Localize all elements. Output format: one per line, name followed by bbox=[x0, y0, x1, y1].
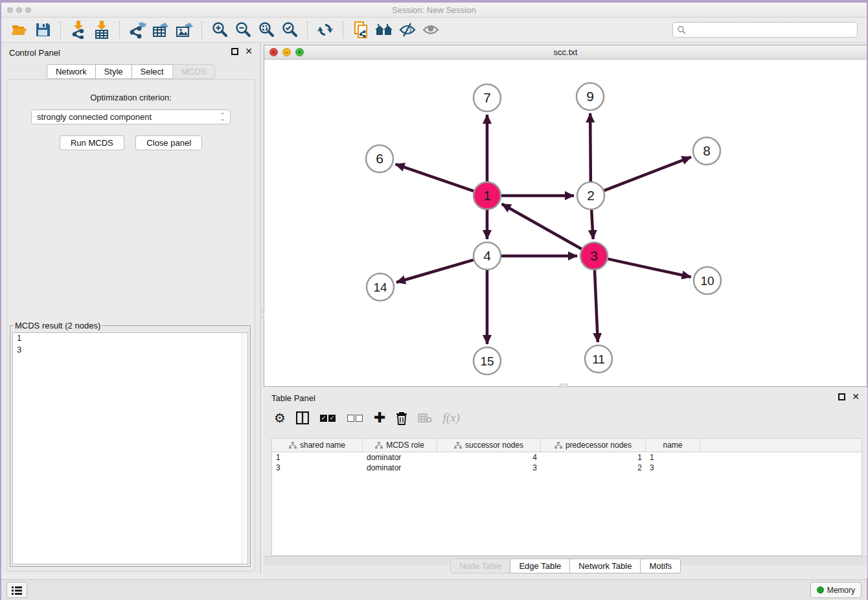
refresh-layout-icon[interactable] bbox=[315, 21, 335, 39]
cell-successor-nodes[interactable]: 3 bbox=[437, 463, 541, 473]
duplicate-network-icon[interactable] bbox=[351, 21, 371, 39]
node-8[interactable]: 8 bbox=[693, 137, 720, 165]
tab-motifs[interactable]: Motifs bbox=[640, 559, 681, 573]
column-header-name[interactable]: name bbox=[646, 439, 700, 452]
network-minimize-icon[interactable]: − bbox=[282, 48, 291, 56]
cell-shared-name[interactable]: 1 bbox=[272, 452, 363, 463]
edge-3-1[interactable] bbox=[502, 204, 582, 249]
node-4[interactable]: 4 bbox=[474, 242, 501, 270]
svg-text:11: 11 bbox=[592, 352, 605, 366]
column-header-predecessor-nodes[interactable]: predecessor nodes bbox=[541, 439, 646, 452]
splitter-handle[interactable] bbox=[560, 384, 567, 387]
search-input[interactable] bbox=[686, 25, 853, 34]
function-builder-icon[interactable]: f(x) bbox=[442, 410, 459, 426]
network-close-icon[interactable]: ✕ bbox=[269, 48, 278, 56]
edge-2-3[interactable] bbox=[591, 210, 593, 239]
tab-network[interactable]: Network bbox=[47, 64, 96, 79]
network-window-titlebar[interactable]: ✕ − + scc.txt bbox=[264, 45, 867, 60]
zoom-in-icon[interactable] bbox=[210, 21, 229, 39]
cell-name[interactable]: 3 bbox=[646, 463, 700, 473]
node-9[interactable]: 9 bbox=[577, 83, 604, 110]
cell-predecessor-nodes[interactable]: 1 bbox=[541, 452, 646, 463]
close-panel-button[interactable]: Close panel bbox=[135, 135, 202, 150]
zoom-out-icon[interactable] bbox=[233, 21, 253, 39]
cell-shared-name[interactable]: 3 bbox=[272, 463, 363, 473]
maximize-window-button[interactable] bbox=[25, 7, 31, 13]
node-15[interactable]: 15 bbox=[474, 347, 501, 375]
network-zoom-icon[interactable]: + bbox=[295, 48, 304, 56]
memory-button[interactable]: Memory bbox=[810, 582, 862, 598]
show-eye-icon[interactable] bbox=[421, 21, 440, 39]
window-controls[interactable] bbox=[7, 7, 31, 13]
edge-4-14[interactable] bbox=[396, 260, 474, 283]
minimize-window-button[interactable] bbox=[16, 7, 22, 13]
close-table-panel-icon[interactable]: ✕ bbox=[852, 393, 860, 400]
export-table-icon[interactable] bbox=[151, 21, 170, 39]
sort-tree-icon bbox=[289, 442, 297, 449]
splitter-handle[interactable] bbox=[260, 310, 264, 317]
import-table-icon[interactable] bbox=[92, 21, 111, 39]
cell-MCDS-role[interactable]: dominator bbox=[363, 463, 437, 473]
close-panel-icon[interactable]: ✕ bbox=[245, 48, 253, 55]
table-row[interactable]: 3dominator323 bbox=[272, 463, 862, 473]
task-history-button[interactable] bbox=[6, 582, 27, 598]
home-view-icon[interactable] bbox=[374, 21, 394, 39]
column-header-shared-name[interactable]: shared name bbox=[272, 439, 363, 452]
select-all-columns-icon[interactable]: ✓✓ bbox=[319, 410, 336, 426]
close-window-button[interactable] bbox=[7, 7, 13, 13]
save-session-icon[interactable] bbox=[33, 21, 52, 39]
search-icon bbox=[677, 25, 686, 34]
table-settings-gear-icon[interactable]: ⚙ bbox=[274, 410, 286, 426]
edge-2-9[interactable] bbox=[590, 113, 591, 181]
export-image-icon[interactable] bbox=[174, 21, 194, 39]
deselect-all-columns-icon[interactable] bbox=[347, 410, 363, 426]
zoom-fit-icon[interactable] bbox=[257, 21, 276, 39]
node-3[interactable]: 3 bbox=[580, 242, 608, 270]
zoom-selected-icon[interactable] bbox=[280, 21, 299, 39]
edge-2-8[interactable] bbox=[604, 157, 691, 190]
table-panel-tabs: Node TableEdge TableNetwork TableMotifs bbox=[450, 559, 681, 573]
search-field[interactable] bbox=[672, 22, 858, 38]
toolbar-separator bbox=[60, 21, 61, 38]
cell-name[interactable]: 1 bbox=[646, 452, 700, 463]
tab-node-table[interactable]: Node Table bbox=[450, 559, 511, 573]
criterion-dropdown[interactable]: strongly connected component ⌃⌄ bbox=[31, 110, 231, 124]
mcds-result-list[interactable]: 13 bbox=[12, 332, 248, 564]
open-session-icon[interactable] bbox=[10, 21, 29, 39]
node-10[interactable]: 10 bbox=[694, 267, 721, 294]
table-row[interactable]: 1dominator411 bbox=[272, 452, 862, 463]
network-canvas[interactable]: 7968124314101511 bbox=[264, 60, 867, 386]
node-14[interactable]: 14 bbox=[367, 273, 394, 301]
tab-edge-table[interactable]: Edge Table bbox=[510, 559, 570, 573]
export-network-icon[interactable] bbox=[128, 21, 147, 39]
hide-panels-eye-icon[interactable] bbox=[398, 21, 417, 39]
float-panel-icon[interactable] bbox=[231, 48, 238, 55]
result-scrollbar[interactable] bbox=[242, 333, 247, 564]
node-7[interactable]: 7 bbox=[474, 84, 501, 111]
node-2[interactable]: 2 bbox=[577, 182, 604, 209]
network-view-window: ✕ − + scc.txt 7968124314101511 bbox=[264, 45, 867, 387]
add-column-icon[interactable]: ✚ bbox=[374, 410, 385, 426]
tab-network-table[interactable]: Network Table bbox=[569, 559, 641, 573]
node-11[interactable]: 11 bbox=[585, 345, 612, 373]
cell-predecessor-nodes[interactable]: 2 bbox=[541, 463, 646, 473]
edge-3-10[interactable] bbox=[608, 259, 691, 277]
cell-successor-nodes[interactable]: 4 bbox=[437, 452, 541, 463]
column-header-successor-nodes[interactable]: successor nodes bbox=[437, 439, 541, 452]
column-header-MCDS-role[interactable]: MCDS role bbox=[363, 439, 437, 452]
delete-table-icon[interactable] bbox=[418, 410, 432, 426]
edge-1-6[interactable] bbox=[396, 164, 474, 190]
import-network-icon[interactable] bbox=[69, 21, 88, 39]
run-mcds-button[interactable]: Run MCDS bbox=[60, 135, 124, 150]
node-1[interactable]: 1 bbox=[474, 182, 501, 209]
column-layout-icon[interactable] bbox=[296, 410, 309, 426]
cell-MCDS-role[interactable]: dominator bbox=[363, 452, 437, 463]
tab-mcds[interactable]: MCDS bbox=[172, 64, 215, 79]
node-table[interactable]: shared nameMCDS rolesuccessor nodesprede… bbox=[271, 438, 862, 556]
tab-select[interactable]: Select bbox=[131, 64, 173, 79]
delete-column-trash-icon[interactable] bbox=[396, 410, 407, 426]
tab-style[interactable]: Style bbox=[95, 64, 132, 79]
node-6[interactable]: 6 bbox=[366, 145, 393, 172]
float-table-panel-icon[interactable] bbox=[838, 393, 845, 400]
edge-3-11[interactable] bbox=[595, 270, 598, 342]
